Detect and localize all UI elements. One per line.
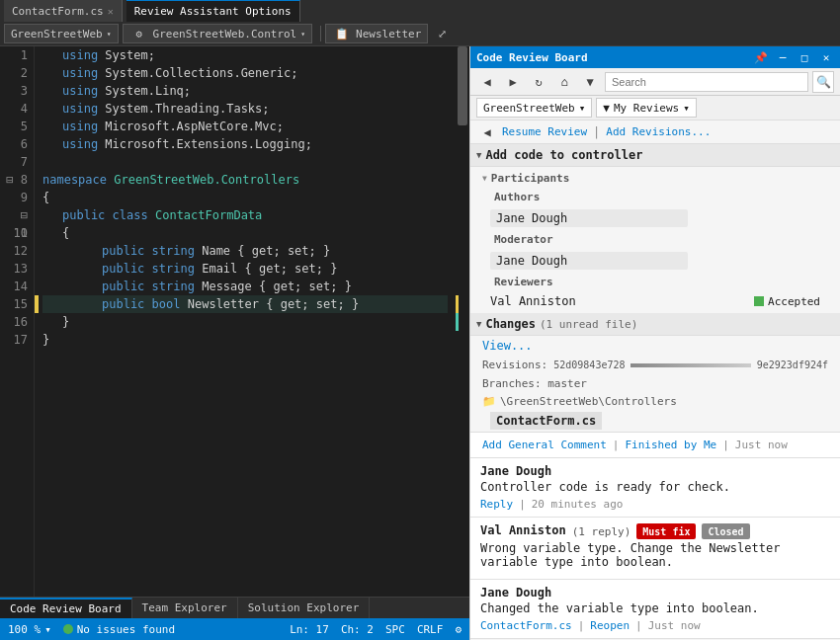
review-toolbar: ◀ ▶ ↻ ⌂ ▼ 🔍 xyxy=(470,68,840,96)
reviewers-header: Reviewers xyxy=(470,273,840,291)
comment-1: Jane Dough Controller code is ready for … xyxy=(470,458,840,518)
code-line-9: { xyxy=(42,189,448,206)
file-dropdown[interactable]: 📋 Newsletter xyxy=(325,24,428,43)
tab-solution-explorer-label: Solution Explorer xyxy=(248,601,360,614)
tab-review-assistant[interactable]: Review Assistant Options xyxy=(126,0,300,22)
ln-6: 6 xyxy=(0,135,28,153)
authors-title: Authors xyxy=(494,191,540,203)
zoom-control[interactable]: 100 % ▾ xyxy=(8,623,51,636)
comment-1-text: Controller code is ready for check. xyxy=(480,480,830,494)
view-link[interactable]: View... xyxy=(482,339,533,353)
comment-1-author: Jane Dough xyxy=(480,464,830,478)
forward-icon[interactable]: ▶ xyxy=(502,71,524,93)
tab-contactform-close[interactable]: ✕ xyxy=(108,6,114,17)
review-search-input[interactable] xyxy=(605,72,808,92)
revision-start: 52d09843e728 xyxy=(553,360,625,370)
settings-icon[interactable]: ⚙ xyxy=(455,623,462,636)
change-indicator xyxy=(456,295,459,313)
ln-9: 9 xyxy=(0,189,28,206)
participants-subsection: ▼ Participants Authors Jane Dough Modera… xyxy=(470,167,840,313)
resume-review-link[interactable]: Resume Review xyxy=(502,125,587,138)
comment-2: Val Anniston (1 reply) Must fix Closed W… xyxy=(470,518,840,580)
review-content[interactable]: ▼ Add code to controller ▼ Participants … xyxy=(470,144,840,640)
toolbar-separator xyxy=(320,26,321,41)
comment-1-sep: | xyxy=(519,498,526,511)
filter-icon[interactable]: ▼ xyxy=(579,71,601,93)
teal-indicator xyxy=(456,313,459,331)
controller-dropdown[interactable]: ⚙ GreenStreetWeb.Control ▾ xyxy=(123,24,313,43)
main-area: 1 2 3 4 5 6 7 ⊟ 8 9 ⊟ 10 11 12 13 14 15 … xyxy=(0,46,840,640)
comment-3-sep2: | xyxy=(635,619,642,632)
filter-arrow: ▾ xyxy=(683,102,690,115)
add-revisions-link[interactable]: Add Revisions... xyxy=(606,125,711,138)
issues-status: No issues found xyxy=(63,623,175,636)
comment-2-replies: (1 reply) xyxy=(572,525,631,538)
project-dropdown-arrow: ▾ xyxy=(107,30,112,39)
just-now-text: Just now xyxy=(735,439,788,451)
folder-icon: 📁 xyxy=(482,395,496,408)
branches-row: Branches: master xyxy=(470,374,840,393)
pin-icon[interactable]: 📌 xyxy=(753,51,769,64)
comment-sep-1: | xyxy=(613,439,620,451)
changes-badge: (1 unread file) xyxy=(540,318,637,331)
bottom-tabs: Code Review Board Team Explorer Solution… xyxy=(0,597,469,618)
home-icon[interactable]: ⌂ xyxy=(553,71,575,93)
finished-by-me-link[interactable]: Finished by Me xyxy=(625,439,716,451)
ln-14: 14 xyxy=(0,278,28,295)
maximize-icon[interactable]: □ xyxy=(797,51,812,64)
comment-1-reply-link[interactable]: Reply xyxy=(480,498,513,511)
ln-2: 2 xyxy=(0,64,28,82)
changes-section-header[interactable]: ▼ Changes (1 unread file) xyxy=(470,313,840,336)
review-actions: ◀ Resume Review | Add Revisions... xyxy=(470,120,840,144)
comment-3-reopen-link[interactable]: Reopen xyxy=(590,619,630,632)
project-dropdown[interactable]: GreenStreetWeb ▾ xyxy=(4,24,119,43)
refresh-icon[interactable]: ↻ xyxy=(528,71,549,93)
code-line-11: { xyxy=(42,224,448,242)
review-panel: Code Review Board 📌 ─ □ ✕ ◀ ▶ ↻ ⌂ ▼ 🔍 xyxy=(469,46,840,640)
editor-area: 1 2 3 4 5 6 7 ⊟ 8 9 ⊟ 10 11 12 13 14 15 … xyxy=(0,46,469,640)
tab-solution-explorer[interactable]: Solution Explorer xyxy=(238,598,371,619)
tab-code-review-board[interactable]: Code Review Board xyxy=(0,598,132,619)
comment-2-author: Val Anniston xyxy=(480,523,566,537)
back-icon[interactable]: ◀ xyxy=(476,71,498,93)
code-area[interactable]: using System; using System.Collections.G… xyxy=(35,46,456,597)
project-nav-dropdown[interactable]: GreenStreetWeb ▾ xyxy=(476,98,592,118)
review-sep: | xyxy=(593,125,600,139)
code-line-6: using Microsoft.Extensions.Logging; xyxy=(42,135,448,153)
closed-badge: Closed xyxy=(702,523,749,539)
ln-10: ⊟ 10 xyxy=(0,206,28,224)
tab-contactform[interactable]: ContactForm.cs ✕ xyxy=(4,0,123,22)
revisions-slider[interactable] xyxy=(630,363,750,367)
review-panel-title: Code Review Board xyxy=(476,51,588,64)
issues-label: No issues found xyxy=(77,623,175,636)
comment-2-text: Wrong variable type. Change the Newslett… xyxy=(480,541,830,569)
comment-3-file-link[interactable]: ContactForm.cs xyxy=(480,619,572,632)
review-back-button[interactable]: ◀ xyxy=(476,121,498,143)
filter-dropdown[interactable]: ▼ My Reviews ▾ xyxy=(596,98,696,118)
project-nav-label: GreenStreetWeb xyxy=(483,102,575,115)
zoom-label: 100 % xyxy=(8,623,41,636)
minimize-icon[interactable]: ─ xyxy=(775,51,791,64)
reviewer-status-text: Accepted xyxy=(768,295,820,308)
ln-16: 16 xyxy=(0,313,28,331)
ln-5: 5 xyxy=(0,118,28,135)
status-right: Ln: 17 Ch: 2 SPC CRLF ⚙ xyxy=(290,623,462,636)
file-icon: 📋 xyxy=(332,24,352,43)
section-header[interactable]: ▼ Add code to controller xyxy=(470,144,840,167)
file-row: ContactForm.cs xyxy=(470,410,840,432)
moderator-row: Jane Dough xyxy=(470,249,840,273)
expand-icon[interactable]: ⤢ xyxy=(432,24,452,43)
comment-3-author: Jane Dough xyxy=(480,586,830,600)
editor-scrollbar[interactable] xyxy=(456,46,469,597)
review-search-button[interactable]: 🔍 xyxy=(812,71,834,93)
participants-header[interactable]: ▼ Participants xyxy=(470,169,840,188)
code-line-10: public class ContactFormData xyxy=(42,206,448,224)
zoom-arrow: ▾ xyxy=(44,623,51,636)
file-path-row: 📁 \GreenStreetWeb\Controllers xyxy=(470,393,840,410)
close-icon[interactable]: ✕ xyxy=(818,51,834,64)
section-collapse-icon: ▼ xyxy=(476,150,481,160)
editor-content: 1 2 3 4 5 6 7 ⊟ 8 9 ⊟ 10 11 12 13 14 15 … xyxy=(0,46,469,597)
tab-team-explorer[interactable]: Team Explorer xyxy=(132,598,238,619)
ln-12: 12 xyxy=(0,242,28,260)
add-general-comment-link[interactable]: Add General Comment xyxy=(482,439,607,451)
